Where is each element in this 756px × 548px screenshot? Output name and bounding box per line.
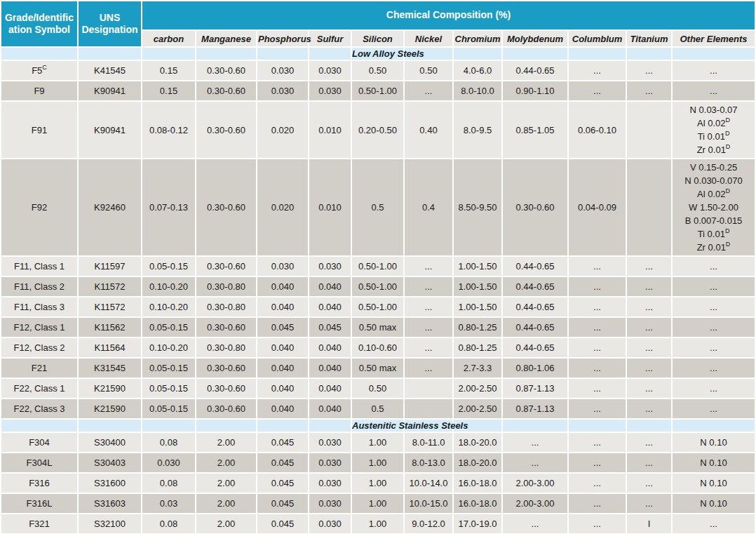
value-cell: 0.030: [142, 453, 195, 472]
footnote-superscript: D: [726, 187, 731, 194]
value-cell: 0.10-0.20: [142, 338, 195, 357]
value-cell: ...: [627, 298, 671, 316]
table-row: F304S304000.082.000.0450.0301.008.0-11.0…: [1, 433, 755, 452]
value-cell: ...: [503, 514, 567, 533]
section-band-cell: [569, 420, 626, 432]
value-cell: 0.80-1.06: [503, 359, 567, 377]
value-cell: 1.00: [352, 514, 403, 533]
value-cell: ...: [627, 494, 671, 513]
table-row: F22, Class 3K215900.05-0.150.30-0.600.04…: [1, 399, 755, 418]
uns-cell: K11572: [79, 277, 141, 296]
grade-cell: F11, Class 2: [1, 277, 77, 296]
grade-cell: F92: [1, 159, 77, 255]
value-cell: [627, 102, 671, 158]
element-column-header: Chromium: [454, 31, 501, 46]
table-row: F9K909410.150.30-0.600.0300.0300.50-1.00…: [1, 81, 755, 100]
value-cell: 2.00: [196, 514, 256, 533]
value-cell: 0.040: [257, 399, 308, 418]
value-cell: 8.50-9.50: [454, 159, 501, 255]
value-cell: 0.30-0.60: [196, 318, 256, 337]
value-cell: ...: [627, 474, 671, 493]
value-cell: V 0.15-0.25N 0.030-0.070Al 0.02DW 1.50-2…: [673, 159, 755, 255]
table-row: F11, Class 1K115970.05-0.150.30-0.600.03…: [1, 257, 755, 276]
value-cell: 2.00-3.00: [503, 494, 567, 513]
section-band-cell: [257, 48, 308, 60]
value-cell: ...: [569, 61, 626, 80]
value-cell: ...: [627, 277, 671, 296]
footnote-superscript: C: [42, 64, 47, 71]
table-row: F22, Class 1K215900.05-0.150.30-0.600.04…: [1, 379, 755, 398]
value-cell: 0.045: [257, 453, 308, 472]
value-cell: ...: [503, 453, 567, 472]
grade-cell: F304: [1, 433, 77, 452]
value-cell: ...: [569, 453, 626, 472]
value-cell: 0.30-0.60: [196, 102, 256, 158]
element-column-header: Manganese: [196, 31, 256, 46]
value-cell: 0.045: [257, 318, 308, 337]
grade-cell: F12, Class 2: [1, 338, 77, 357]
value-cell: 0.05-0.15: [142, 257, 195, 276]
footnote-superscript: D: [725, 130, 730, 137]
value-cell: 2.00: [196, 453, 256, 472]
value-cell: 9.0-12.0: [405, 514, 452, 533]
footnote-superscript: D: [726, 241, 731, 248]
value-cell: 10.0-15.0: [405, 494, 452, 513]
element-column-header: Other Elements: [673, 31, 755, 46]
value-cell: ...: [405, 359, 452, 377]
element-column-header: Nickel: [405, 31, 452, 46]
value-cell: [405, 399, 452, 418]
value-cell: ...: [405, 257, 452, 276]
uns-cell: S31600: [79, 474, 141, 493]
value-cell: 0.80-1.25: [454, 318, 501, 337]
value-cell: ...: [673, 257, 755, 276]
value-cell: 1.00-1.50: [454, 277, 501, 296]
footnote-superscript: D: [726, 116, 731, 123]
value-cell: 0.5: [352, 399, 403, 418]
value-cell: 0.040: [257, 359, 308, 377]
section-header-row: Austenitic Stainless Steels: [1, 420, 755, 432]
value-cell: 0.50: [352, 61, 403, 80]
section-title: Austenitic Stainless Steels: [352, 420, 403, 431]
value-cell: 1.00-1.50: [454, 257, 501, 276]
table-row: F12, Class 2K115640.10-0.200.30-0.800.04…: [1, 338, 755, 357]
value-cell: 0.10-0.20: [142, 277, 195, 296]
value-cell: 0.87-1.13: [503, 379, 567, 398]
value-cell: N 0.10: [673, 433, 755, 452]
value-cell: ...: [673, 81, 755, 100]
value-cell: N 0.10: [673, 453, 755, 472]
value-cell: 0.03: [142, 494, 195, 513]
value-cell: [405, 379, 452, 398]
element-column-header: Phosphorus: [257, 31, 308, 46]
value-cell: 8.0-13.0: [405, 453, 452, 472]
value-cell: 0.040: [309, 359, 351, 377]
value-cell: ...: [569, 338, 626, 357]
value-cell: 0.10-0.60: [352, 338, 403, 357]
value-cell: 0.05-0.15: [142, 359, 195, 377]
value-cell: ...: [569, 257, 626, 276]
value-cell: ...: [673, 399, 755, 418]
other-element-line: W 1.50-2.00: [673, 201, 754, 214]
value-cell: ...: [673, 277, 755, 296]
value-cell: 0.50-1.00: [352, 81, 403, 100]
uns-cell: S30403: [79, 453, 141, 472]
value-cell: 0.44-0.65: [503, 277, 567, 296]
value-cell: ...: [627, 61, 671, 80]
table-row: F92K924600.07-0.130.30-0.600.0200.0100.5…: [1, 159, 755, 255]
uns-cell: K90941: [79, 102, 141, 158]
value-cell: 0.80-1.25: [454, 338, 501, 357]
value-cell: ...: [569, 277, 626, 296]
value-cell: 0.05-0.15: [142, 318, 195, 337]
value-cell: N 0.10: [673, 474, 755, 493]
value-cell: ...: [673, 514, 755, 533]
grade-cell: F22, Class 1: [1, 379, 77, 398]
grade-cell: F316: [1, 474, 77, 493]
composition-title-header: Chemical Composition (%): [142, 1, 755, 29]
element-column-header: Columblum: [569, 31, 626, 46]
element-column-header: carbon: [142, 31, 195, 46]
value-cell: ...: [627, 318, 671, 337]
table-row: F12, Class 1K115620.05-0.150.30-0.600.04…: [1, 318, 755, 337]
other-element-line: N 0.030-0.070: [673, 174, 754, 187]
section-band-cell: [309, 420, 351, 432]
value-cell: 0.020: [257, 102, 308, 158]
value-cell: [627, 159, 671, 255]
